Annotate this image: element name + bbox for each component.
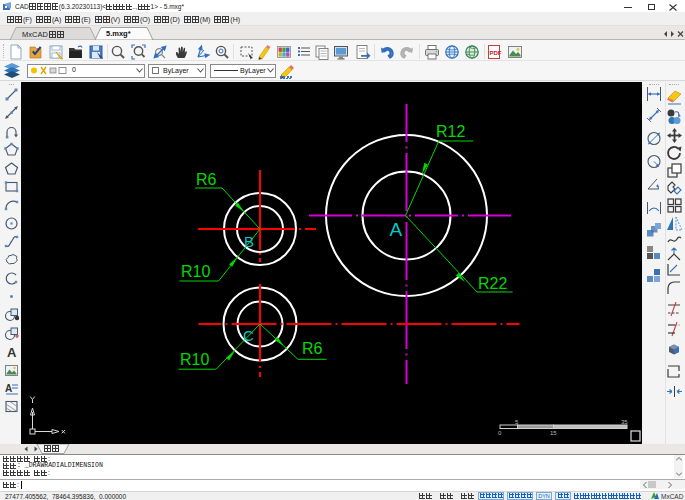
svg-text:5: 5 [515,419,519,425]
svg-text:A: A [7,345,17,359]
svg-text:PDF: PDF [489,50,501,56]
svg-text:A: A [5,383,12,394]
svg-text:R10: R10 [181,263,210,280]
svg-text:R6: R6 [196,171,217,188]
svg-text:A: A [390,219,403,240]
svg-text:35: 35 [621,419,628,425]
svg-text:15: 15 [550,430,557,436]
svg-text:0: 0 [498,430,502,436]
svg-text:C: C [243,327,254,344]
svg-text:R12: R12 [436,123,465,140]
svg-text:R6: R6 [302,340,323,357]
svg-text:R22: R22 [478,275,507,292]
svg-text:R10: R10 [180,351,209,368]
svg-text:B: B [244,233,254,250]
